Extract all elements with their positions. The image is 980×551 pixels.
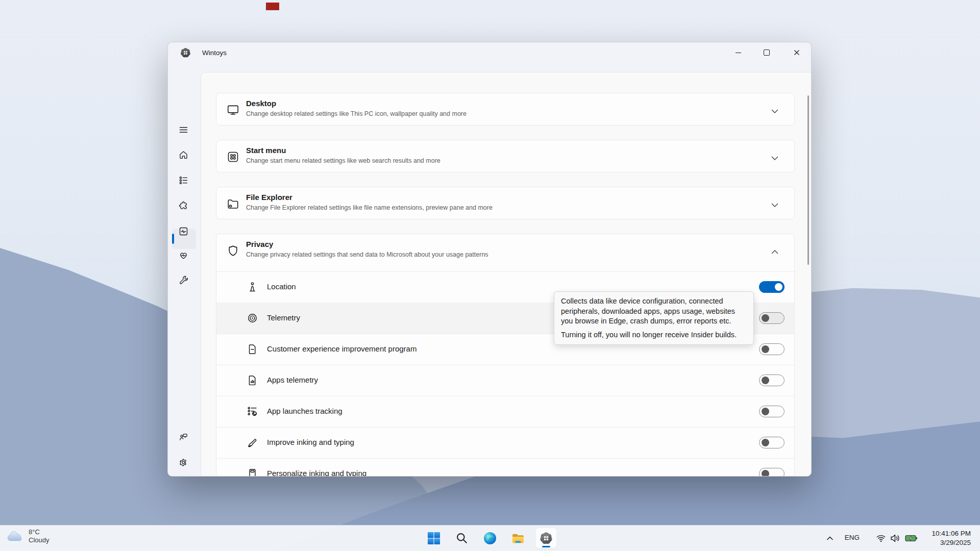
wintoys-taskbar-button[interactable] <box>536 528 556 548</box>
wifi-icon[interactable] <box>876 534 886 543</box>
folder-icon <box>226 197 240 211</box>
sidebar-item-apps[interactable] <box>173 195 193 216</box>
notebook-icon <box>246 467 259 477</box>
card-desktop[interactable]: Desktop Change desktop related settings … <box>216 93 795 126</box>
row-label: Customer experience improvement program <box>267 344 416 353</box>
sidebar-item-home[interactable] <box>173 144 193 165</box>
improve-inking-toggle[interactable] <box>759 437 785 448</box>
gear-icon <box>178 457 189 468</box>
pen-icon <box>246 436 259 449</box>
cloud-icon <box>6 530 24 543</box>
telemetry-rings-icon <box>246 312 259 324</box>
card-title: Desktop <box>246 99 276 108</box>
maximize-button[interactable] <box>755 44 778 61</box>
wintoys-logo-icon <box>540 532 553 545</box>
toggle-knob <box>762 439 769 446</box>
hamburger-icon <box>178 124 189 135</box>
windows-logo-icon <box>427 532 440 545</box>
telemetry-toggle[interactable] <box>759 312 785 324</box>
row-apps-telemetry[interactable]: Apps telemetry <box>216 365 794 396</box>
close-icon <box>794 49 800 56</box>
row-improve-inking[interactable]: Improve inking and typing <box>216 427 794 459</box>
card-start-menu[interactable]: Start menu Change start menu related set… <box>216 140 795 172</box>
window-title: Wintoys <box>202 49 227 57</box>
toggle-knob <box>762 408 769 415</box>
row-label: App launches tracking <box>267 407 342 415</box>
row-label: Location <box>267 282 296 291</box>
search-icon <box>455 532 469 545</box>
speaker-icon[interactable] <box>890 533 901 543</box>
home-icon <box>178 149 189 160</box>
card-title: Privacy <box>246 240 273 248</box>
monitor-icon <box>226 103 240 117</box>
weather-condition: Cloudy <box>29 536 49 544</box>
battery-charging-icon[interactable] <box>905 533 918 543</box>
card-subtitle: Change start menu related settings like … <box>246 157 440 164</box>
location-toggle[interactable] <box>759 281 785 293</box>
sidebar-item-feedback[interactable] <box>173 427 193 447</box>
card-title: Start menu <box>246 146 286 155</box>
tooltip-line: Turning it off, you will no longer recei… <box>561 330 747 340</box>
chevron-up-icon[interactable] <box>771 247 778 253</box>
spacer <box>173 228 193 248</box>
file-explorer-button[interactable] <box>508 528 528 548</box>
privacy-header[interactable]: Privacy Change privacy related settings … <box>216 234 794 272</box>
shield-icon <box>226 244 240 258</box>
checklist-icon <box>178 175 189 186</box>
sidebar-item-settings[interactable] <box>173 452 193 472</box>
start-button[interactable] <box>424 528 444 548</box>
app-launches-toggle[interactable] <box>759 406 785 417</box>
weather-temperature: 8°C <box>29 528 49 536</box>
card-title: File Explorer <box>246 193 292 202</box>
scrollbar[interactable] <box>807 95 809 265</box>
close-button[interactable] <box>785 44 808 61</box>
edge-icon <box>483 532 497 545</box>
chevron-down-icon[interactable] <box>771 201 778 206</box>
weather-widget[interactable]: 8°C Cloudy <box>6 528 49 544</box>
file-explorer-icon <box>511 532 525 545</box>
search-button[interactable] <box>452 528 472 548</box>
personalize-inking-toggle[interactable] <box>759 468 785 477</box>
location-person-icon <box>246 281 259 293</box>
puzzle-icon <box>178 201 189 211</box>
tray-date: 3/29/2025 <box>932 538 971 547</box>
wintoys-window: Wintoys <box>167 42 812 477</box>
toggle-knob <box>775 283 782 291</box>
card-subtitle: Change privacy related settings that sen… <box>246 251 488 258</box>
card-subtitle: Change desktop related settings like Thi… <box>246 110 467 117</box>
row-label: Telemetry <box>267 313 300 322</box>
wintoys-logo-icon <box>180 47 191 58</box>
row-label: Improve inking and typing <box>267 438 354 446</box>
tray-chevron-up-icon[interactable] <box>826 534 834 542</box>
heart-pulse-icon <box>178 250 189 261</box>
clock[interactable]: 10:41:06 PM 3/29/2025 <box>932 529 971 547</box>
edge-button[interactable] <box>480 528 500 548</box>
apps-telemetry-toggle[interactable] <box>759 374 785 386</box>
title-bar[interactable]: Wintoys <box>168 42 811 72</box>
wrench-icon <box>178 274 189 285</box>
person-chat-icon <box>178 432 189 442</box>
chevron-down-icon[interactable] <box>771 107 778 112</box>
toggle-knob <box>762 377 769 384</box>
minimize-button[interactable] <box>726 44 750 61</box>
sidebar-item-health[interactable] <box>173 245 193 265</box>
document-chart-icon <box>246 374 259 387</box>
start-menu-icon <box>226 150 240 164</box>
language-indicator[interactable]: ENG <box>845 534 860 541</box>
app-list-arrow-icon <box>246 405 259 418</box>
card-privacy: Privacy Change privacy related settings … <box>216 234 795 477</box>
chevron-down-icon[interactable] <box>771 154 778 159</box>
row-label: Apps telemetry <box>267 375 318 384</box>
ceip-toggle[interactable] <box>759 343 785 355</box>
document-icon <box>246 343 259 356</box>
tooltip-line: peripherals, downloaded apps, apps usage… <box>561 307 747 317</box>
card-file-explorer[interactable]: File Explorer Change File Explorer relat… <box>216 187 795 219</box>
row-personalize-inking[interactable]: Personalize inking and typing <box>216 458 794 477</box>
sidebar-item-menu[interactable] <box>173 119 193 140</box>
row-app-launches[interactable]: App launches tracking <box>216 396 794 428</box>
toggle-knob <box>762 314 769 322</box>
telemetry-tooltip: Collects data like device configuration,… <box>554 291 754 345</box>
toggle-knob <box>762 470 769 477</box>
sidebar-item-services[interactable] <box>173 170 193 190</box>
sidebar-item-tweaks[interactable] <box>173 269 193 290</box>
